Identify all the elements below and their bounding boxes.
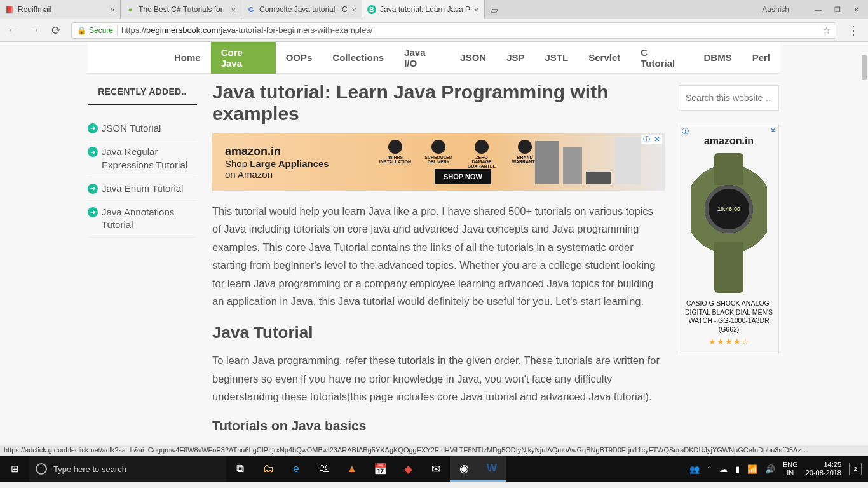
- nav-home[interactable]: Home: [164, 42, 211, 74]
- close-icon[interactable]: ×: [474, 5, 479, 15]
- ad-tagline: Shop Large Appliances on Amazon: [225, 158, 329, 180]
- battery-icon[interactable]: ▮: [735, 464, 740, 474]
- nav-java-io[interactable]: Java I/O: [394, 42, 450, 74]
- menu-icon[interactable]: ⋮: [845, 24, 862, 37]
- chrome-icon[interactable]: ◉: [450, 456, 478, 482]
- profile-name[interactable]: Aashish: [762, 5, 789, 14]
- ad-info-icon[interactable]: ⓘ: [682, 126, 689, 136]
- browser-tab[interactable]: G Compelte Java tutorial - C ×: [241, 0, 362, 19]
- ad-close-icon[interactable]: ✕: [652, 135, 662, 144]
- nav-json[interactable]: JSON: [450, 42, 496, 74]
- task-view-icon[interactable]: ⧉: [226, 456, 254, 482]
- watch-face: 10:46:00: [705, 185, 753, 233]
- browser-tab[interactable]: 📕 Rediffmail ×: [0, 0, 121, 19]
- ad-info-icon[interactable]: ⓘ: [641, 135, 652, 144]
- sidebar-item[interactable]: ➔ Java Regular Expressions Tutorial: [88, 140, 197, 177]
- back-icon[interactable]: ←: [6, 24, 19, 37]
- sidebar-item-label: Java Regular Expressions Tutorial: [102, 146, 197, 172]
- close-icon[interactable]: ×: [110, 5, 115, 15]
- nav-jstl[interactable]: JSTL: [535, 42, 579, 74]
- tab-title: The Best C# Tutorials for: [139, 5, 227, 14]
- browser-titlebar: 📕 Rediffmail × ● The Best C# Tutorials f…: [0, 0, 868, 19]
- close-window-icon[interactable]: ✕: [853, 6, 859, 14]
- favicon-icon: B: [367, 5, 376, 14]
- minimize-icon[interactable]: —: [815, 6, 822, 13]
- truck-icon: [431, 140, 445, 154]
- calendar-icon[interactable]: 📅: [366, 456, 394, 482]
- arrow-icon: ➔: [88, 147, 98, 157]
- volume-icon[interactable]: 🔊: [765, 464, 775, 474]
- nav-c-tutorial[interactable]: C Tutorial: [630, 42, 693, 74]
- body-paragraph: To learn Java programming, refer these t…: [212, 351, 665, 405]
- store-icon[interactable]: 🛍: [310, 456, 338, 482]
- favicon-icon: 📕: [5, 5, 14, 14]
- nav-perl[interactable]: Perl: [742, 42, 780, 74]
- main-content: Java tutorial: Learn Java Programming wi…: [203, 74, 674, 445]
- sidebar-heading: RECENTLY ADDED..: [88, 86, 197, 104]
- site-search-input[interactable]: [679, 85, 779, 111]
- nav-jsp[interactable]: JSP: [496, 42, 534, 74]
- favicon-icon: ●: [126, 5, 135, 14]
- ad-banner[interactable]: amazon.in Shop Large Appliances on Amazo…: [212, 133, 665, 191]
- app-icon[interactable]: ◆: [394, 456, 422, 482]
- lock-icon: 🔒: [77, 26, 86, 35]
- new-tab-button[interactable]: ▱: [485, 0, 504, 19]
- nav-servlet[interactable]: Servlet: [578, 42, 630, 74]
- start-button[interactable]: ⊞: [0, 463, 29, 475]
- edge-icon[interactable]: e: [282, 456, 310, 482]
- sidebar-item[interactable]: ➔ Java Annotations Tutorial: [88, 201, 197, 238]
- sidebar-item-label: Java Enum Tutorial: [102, 182, 183, 195]
- taskbar-search[interactable]: Type here to search: [29, 456, 226, 482]
- maximize-icon[interactable]: ❐: [834, 6, 841, 14]
- browser-tab[interactable]: ● The Best C# Tutorials for ×: [121, 0, 241, 19]
- vlc-icon[interactable]: ▲: [338, 456, 366, 482]
- rating-stars: ★★★★☆: [683, 337, 775, 346]
- rail-ad[interactable]: ⓘ ✕ amazon.in 10:46:00 CASIO G-SHOCK ANA…: [679, 125, 779, 353]
- onedrive-icon[interactable]: ☁: [719, 464, 728, 474]
- sidebar-item[interactable]: ➔ Java Enum Tutorial: [88, 177, 197, 201]
- chevron-up-icon[interactable]: ˄: [707, 464, 712, 474]
- nav-dbms[interactable]: DBMS: [693, 42, 742, 74]
- nav-core-java[interactable]: Core Java: [211, 42, 276, 74]
- wrench-icon: [388, 140, 402, 154]
- system-tray: 👥 ˄ ☁ ▮ 📶 🔊 ENGIN 14:2520-08-2018 2: [683, 461, 868, 477]
- sidebar: RECENTLY ADDED.. ➔ JSON Tutorial ➔ Java …: [88, 74, 203, 445]
- sidebar-item[interactable]: ➔ JSON Tutorial: [88, 117, 197, 140]
- reload-icon[interactable]: ⟳: [50, 24, 62, 37]
- browser-tab-active[interactable]: B Java tutorial: Learn Java P ×: [362, 0, 485, 19]
- bookmark-icon[interactable]: ☆: [822, 25, 831, 36]
- language-indicator[interactable]: ENGIN: [783, 461, 798, 477]
- mail-icon[interactable]: ✉: [422, 456, 450, 482]
- arrow-icon: ➔: [88, 123, 98, 133]
- window-controls: Aashish — ❐ ✕: [753, 0, 868, 19]
- ad-feature-icons: 48 HRS INSTALLATION SCHEDULED DELIVERY Z…: [381, 140, 539, 168]
- nav-oops[interactable]: OOPs: [276, 42, 323, 74]
- favicon-icon: G: [247, 5, 255, 14]
- nav-collections[interactable]: Collections: [322, 42, 394, 74]
- address-bar[interactable]: 🔒 Secure https://beginnersbook.com/java-…: [71, 22, 836, 39]
- tab-title: Compelte Java tutorial - C: [259, 5, 348, 14]
- people-icon[interactable]: 👥: [689, 464, 700, 474]
- wifi-icon[interactable]: 📶: [747, 464, 757, 474]
- tab-strip: 📕 Rediffmail × ● The Best C# Tutorials f…: [0, 0, 753, 19]
- notifications-icon[interactable]: 2: [849, 463, 862, 475]
- divider: [88, 104, 197, 105]
- ad-brand: amazon.in: [225, 145, 329, 158]
- subsection-heading: Tutorials on Java basics: [212, 418, 665, 433]
- forward-icon[interactable]: →: [28, 24, 41, 37]
- shop-now-button[interactable]: SHOP NOW: [435, 169, 491, 184]
- explorer-icon[interactable]: 🗂: [254, 456, 282, 482]
- page-viewport: Home Core Java OOPs Collections Java I/O…: [0, 42, 868, 445]
- close-icon[interactable]: ×: [351, 5, 356, 15]
- tab-title: Java tutorial: Learn Java P: [380, 5, 470, 14]
- task-icons: ⧉ 🗂 e 🛍 ▲ 📅 ◆ ✉ ◉ W: [226, 456, 506, 482]
- ad-close-icon[interactable]: ✕: [770, 126, 776, 135]
- word-icon[interactable]: W: [478, 456, 506, 482]
- clock[interactable]: 14:2520-08-2018: [806, 461, 841, 477]
- ad-brand: amazon.in: [683, 135, 775, 147]
- close-icon[interactable]: ×: [231, 5, 236, 15]
- ad-products: [535, 137, 641, 184]
- site-nav: Home Core Java OOPs Collections Java I/O…: [88, 42, 780, 74]
- sidebar-item-label: JSON Tutorial: [102, 122, 161, 135]
- scrollbar[interactable]: [862, 55, 867, 80]
